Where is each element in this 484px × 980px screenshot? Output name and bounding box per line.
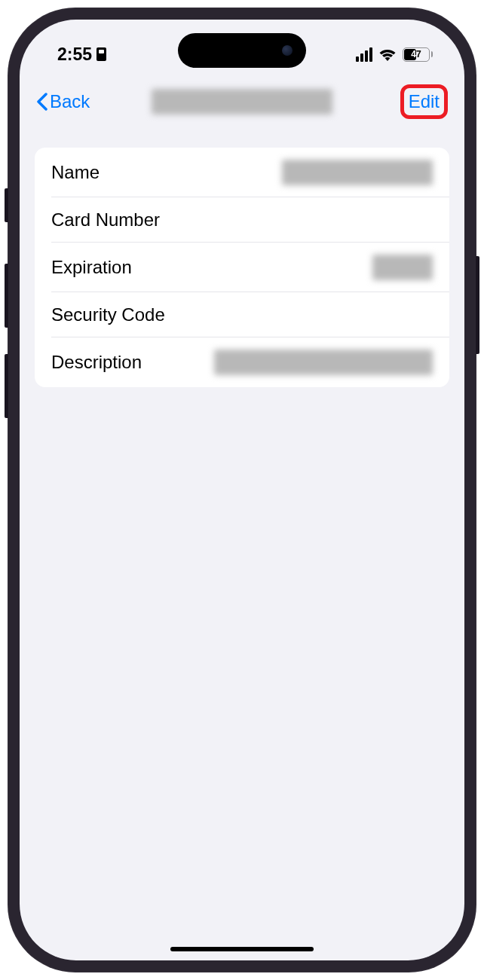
name-label: Name bbox=[51, 162, 100, 183]
battery-level: 47 bbox=[403, 49, 429, 60]
card-number-row[interactable]: Card Number bbox=[35, 197, 449, 243]
description-label: Description bbox=[51, 352, 142, 373]
back-label: Back bbox=[50, 91, 90, 112]
expiration-value-redacted bbox=[372, 255, 433, 280]
expiration-row[interactable]: Expiration bbox=[35, 243, 449, 292]
card-number-label: Card Number bbox=[51, 209, 160, 230]
home-indicator[interactable] bbox=[170, 947, 314, 951]
description-value-redacted bbox=[214, 350, 433, 375]
sim-icon bbox=[96, 47, 106, 61]
volume-up-button bbox=[5, 264, 8, 328]
expiration-label: Expiration bbox=[51, 257, 132, 278]
content-area: Name Card Number Expiration Security Cod… bbox=[20, 130, 464, 405]
power-button bbox=[476, 256, 479, 354]
cellular-signal-icon bbox=[356, 47, 372, 62]
edit-button-highlight: Edit bbox=[400, 84, 448, 119]
phone-frame: 2:55 47 bbox=[8, 8, 476, 972]
dynamic-island bbox=[178, 33, 306, 68]
chevron-left-icon bbox=[36, 93, 47, 111]
mute-switch bbox=[5, 188, 8, 222]
volume-down-button bbox=[5, 354, 8, 418]
name-row[interactable]: Name bbox=[35, 148, 449, 197]
edit-button[interactable]: Edit bbox=[409, 91, 440, 112]
back-button[interactable]: Back bbox=[36, 91, 90, 112]
card-details-group: Name Card Number Expiration Security Cod… bbox=[35, 148, 449, 387]
battery-icon: 47 bbox=[403, 47, 433, 62]
description-row[interactable]: Description bbox=[35, 337, 449, 387]
page-title-redacted bbox=[152, 89, 332, 114]
nav-bar: Back Edit bbox=[20, 71, 464, 130]
screen: 2:55 47 bbox=[20, 20, 464, 960]
wifi-icon bbox=[378, 47, 397, 61]
status-time: 2:55 bbox=[57, 44, 92, 65]
security-code-row[interactable]: Security Code bbox=[35, 292, 449, 337]
name-value-redacted bbox=[282, 160, 433, 185]
front-camera bbox=[282, 45, 293, 56]
security-code-label: Security Code bbox=[51, 304, 165, 325]
